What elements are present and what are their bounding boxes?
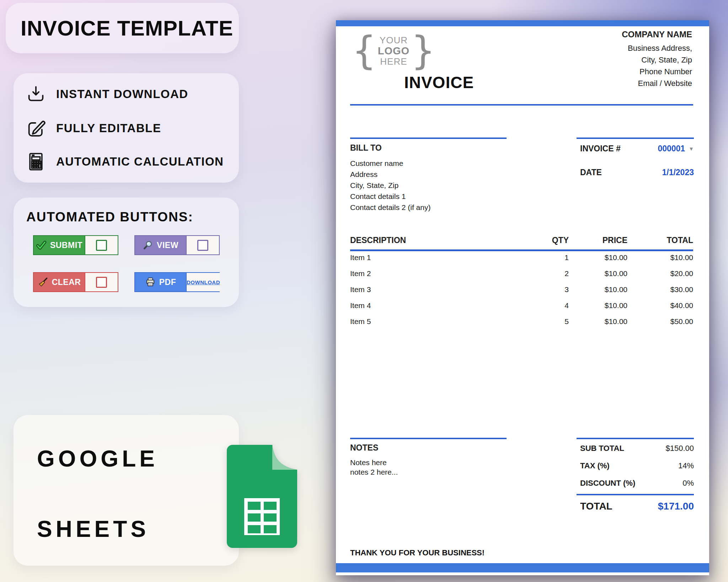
chevron-down-icon[interactable]: ▼ (689, 146, 694, 152)
notes-heading: NOTES (350, 443, 398, 453)
cell-qty: 5 (512, 317, 569, 326)
notes-line: Notes here (350, 458, 398, 467)
pdf-button-fill[interactable]: PDF (135, 273, 186, 291)
bill-to-line: Address (350, 169, 430, 180)
total-label: TOTAL (580, 501, 612, 512)
platform-name-line2: SHEETS (37, 516, 149, 542)
page-title: INVOICE TEMPLATE (6, 16, 233, 41)
download-link[interactable]: DOWNLOAD (187, 279, 220, 285)
cell-description: Item 4 (350, 301, 512, 310)
pdf-download-cell[interactable]: DOWNLOAD (186, 273, 220, 291)
subtotal-divider (577, 438, 694, 439)
company-line: Email / Website (622, 77, 692, 89)
invoice-meta: INVOICE # 000001 ▼ DATE 1/1/2023 (577, 144, 694, 192)
table-row: Item 5 5 $10.00 $50.00 (350, 317, 693, 326)
grand-total-row: TOTAL $171.00 (577, 501, 694, 512)
tax-row: TAX (%) 14% (577, 461, 694, 470)
logo-brace-close: } (411, 33, 435, 69)
cell-price: $10.00 (569, 301, 627, 310)
table-header-divider (350, 249, 693, 251)
cell-price: $10.00 (569, 269, 627, 278)
automated-buttons-panel: AUTOMATED BUTTONS: SUBMIT VIEW (14, 198, 239, 307)
feature-fully-editable: FULLY EDITABLE (26, 117, 161, 139)
submit-button-fill[interactable]: SUBMIT (34, 236, 85, 254)
submit-checkbox[interactable] (96, 240, 107, 251)
pdf-button-label: PDF (159, 277, 176, 287)
cell-total: $40.00 (627, 301, 693, 310)
cell-price: $10.00 (569, 253, 627, 262)
meta-divider (577, 138, 694, 139)
pdf-button[interactable]: PDF DOWNLOAD (134, 272, 220, 292)
cell-description: Item 3 (350, 285, 512, 294)
discount-row: DISCOUNT (%) 0% (577, 479, 694, 488)
view-button[interactable]: VIEW (134, 235, 220, 255)
view-checkbox-cell[interactable] (186, 236, 219, 254)
edit-icon (26, 118, 46, 139)
cell-qty: 2 (512, 269, 569, 278)
subtotal-label: SUB TOTAL (580, 444, 624, 453)
feature-label: FULLY EDITABLE (56, 122, 161, 135)
platform-name-line1: GOOGLE (37, 446, 158, 472)
discount-value: 0% (682, 479, 694, 488)
logo-text-logo: LOGO (378, 45, 410, 56)
invoice-title: INVOICE (336, 73, 542, 92)
check-icon (36, 240, 47, 250)
cell-total: $30.00 (627, 285, 693, 294)
company-line: City, State, Zip (622, 54, 692, 66)
bill-to-block: BILL TO Customer name Address City, Stat… (350, 143, 430, 213)
cell-qty: 3 (512, 285, 569, 294)
subtotal-value: $150.00 (665, 444, 694, 453)
feature-automatic-calculation: AUTOMATIC CALCULATION (26, 151, 224, 173)
invoice-number-row: INVOICE # 000001 ▼ (577, 144, 694, 153)
bill-to-line: Contact details 1 (350, 191, 430, 202)
tax-label: TAX (%) (580, 461, 610, 470)
bill-to-line: Customer name (350, 158, 430, 169)
view-button-label: VIEW (157, 241, 178, 250)
logo-placeholder: { YOUR LOGO HERE } (352, 33, 435, 69)
company-block: COMPANY NAME Business Address, City, Sta… (622, 29, 692, 89)
view-checkbox[interactable] (197, 240, 208, 251)
cell-qty: 1 (512, 253, 569, 262)
logo-text-your: YOUR (380, 35, 408, 45)
features-panel: INSTANT DOWNLOAD FULLY EDITABLE (14, 73, 239, 183)
view-button-fill[interactable]: VIEW (135, 236, 186, 254)
notes-divider (350, 438, 507, 439)
totals-block: SUB TOTAL $150.00 TAX (%) 14% DISCOUNT (… (577, 444, 694, 496)
invoice-page: { YOUR LOGO HERE } INVOICE COMPANY NAME … (336, 20, 709, 575)
thank-you-note: THANK YOU FOR YOUR BUSINESS! (350, 548, 485, 557)
bill-to-heading: BILL TO (350, 143, 430, 153)
discount-label: DISCOUNT (%) (580, 479, 635, 488)
cell-description: Item 5 (350, 317, 512, 326)
clear-button-fill[interactable]: CLEAR (34, 273, 85, 291)
submit-button-label: SUBMIT (50, 241, 82, 250)
col-header-description: DESCRIPTION (350, 236, 512, 245)
cell-price: $10.00 (569, 317, 627, 326)
table-row: Item 3 3 $10.00 $30.00 (350, 285, 693, 294)
subtotal-row: SUB TOTAL $150.00 (577, 444, 694, 453)
clear-button[interactable]: CLEAR (33, 272, 118, 292)
col-header-total: TOTAL (627, 236, 693, 245)
feature-label: AUTOMATIC CALCULATION (56, 155, 224, 168)
col-header-price: PRICE (569, 236, 627, 245)
submit-checkbox-cell[interactable] (85, 236, 118, 254)
invoice-date-label: DATE (580, 168, 602, 177)
printer-icon (145, 277, 156, 287)
clear-checkbox-cell[interactable] (85, 273, 118, 291)
invoice-top-bar (336, 20, 709, 26)
cell-total: $20.00 (627, 269, 693, 278)
invoice-number-label: INVOICE # (580, 144, 621, 153)
invoice-date-value: 1/1/2023 (662, 168, 694, 177)
clear-checkbox[interactable] (96, 277, 107, 288)
submit-button[interactable]: SUBMIT (33, 235, 118, 255)
company-line: Business Address, (622, 42, 692, 54)
magnifier-icon (143, 240, 153, 250)
invoice-number-dropdown[interactable]: 000001 ▼ (658, 144, 694, 153)
feature-instant-download: INSTANT DOWNLOAD (26, 83, 188, 105)
table-row: Item 2 2 $10.00 $20.00 (350, 269, 693, 278)
total-value: $171.00 (658, 501, 694, 512)
invoice-number-value: 000001 (658, 144, 685, 153)
invoice-date-row: DATE 1/1/2023 (577, 168, 694, 177)
col-header-qty: QTY (512, 236, 569, 245)
cell-qty: 4 (512, 301, 569, 310)
bill-to-line: City, State, Zip (350, 180, 430, 191)
